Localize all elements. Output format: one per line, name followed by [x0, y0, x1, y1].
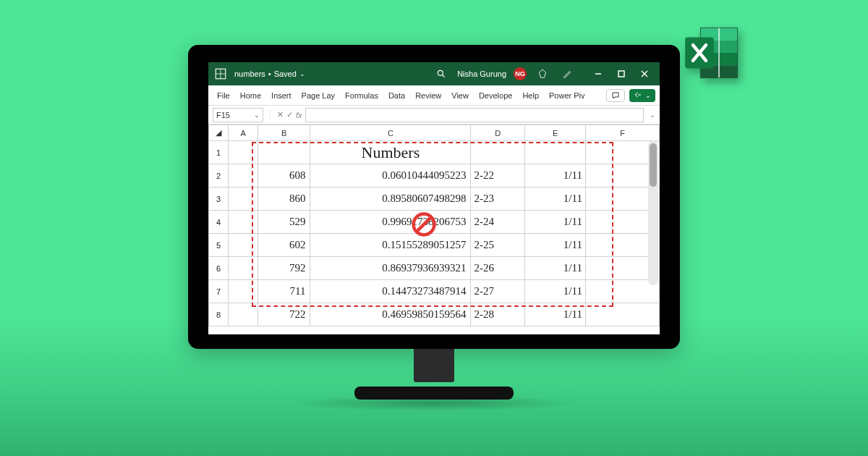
cell[interactable]: 0.46959850159564	[310, 303, 471, 326]
search-icon[interactable]	[433, 65, 450, 83]
excel-window: numbers • Saved ⌄ Nisha Gurung NG	[208, 62, 660, 334]
svg-rect-6	[618, 71, 624, 77]
cell[interactable]: 608	[258, 164, 310, 187]
cell[interactable]: 1/11	[525, 211, 586, 234]
cell[interactable]: 0.14473273487914	[310, 280, 471, 303]
scrollbar-thumb[interactable]	[650, 143, 657, 187]
cell[interactable]	[229, 303, 258, 326]
tab-insert[interactable]: Insert	[267, 88, 296, 103]
cell[interactable]	[229, 211, 258, 234]
cell[interactable]: 0.99691738206753	[310, 211, 471, 234]
comments-button[interactable]	[606, 89, 625, 102]
select-all-corner[interactable]: ◢	[209, 125, 229, 141]
cell[interactable]: 2-28	[471, 303, 525, 326]
chevron-down-icon: ⌄	[299, 70, 305, 77]
cell[interactable]: 0.86937936939321	[310, 257, 471, 280]
screen-bezel: numbers • Saved ⌄ Nisha Gurung NG	[188, 45, 680, 349]
filename-text: numbers	[234, 69, 265, 78]
minimize-button[interactable]	[589, 65, 608, 83]
col-header-c[interactable]: C	[310, 125, 471, 141]
enter-icon[interactable]: ✓	[286, 110, 293, 119]
row-header[interactable]: 1	[209, 141, 229, 164]
cell[interactable]	[229, 141, 258, 164]
cell[interactable]: 0.89580607498298	[310, 187, 471, 211]
cell[interactable]	[585, 303, 659, 326]
tab-home[interactable]: Home	[236, 88, 265, 103]
row-header[interactable]: 6	[209, 257, 229, 280]
cell[interactable]: 711	[258, 280, 310, 303]
cell[interactable]: 2-26	[471, 257, 525, 280]
cell[interactable]: 1/11	[525, 187, 586, 211]
fx-label[interactable]: fx	[296, 111, 302, 119]
col-header-b[interactable]: B	[258, 125, 310, 141]
tab-page-layout[interactable]: Page Lay	[297, 88, 339, 103]
name-box[interactable]: F15 ⌄	[213, 108, 263, 122]
monitor-shadow	[289, 395, 579, 411]
row-header[interactable]: 5	[209, 234, 229, 257]
title-cell[interactable]: Numbers	[310, 141, 471, 164]
row-header[interactable]: 2	[209, 164, 229, 187]
excel-app-icon	[214, 67, 227, 80]
tab-view[interactable]: View	[447, 88, 473, 103]
cell[interactable]	[471, 141, 525, 164]
cell[interactable]: 860	[258, 187, 310, 211]
cancel-icon[interactable]: ✕	[277, 110, 284, 119]
tab-review[interactable]: Review	[411, 88, 446, 103]
avatar[interactable]: NG	[514, 67, 527, 80]
col-header-a[interactable]: A	[229, 125, 258, 141]
cell[interactable]	[229, 164, 258, 187]
cell[interactable]: 0.06010444095223	[310, 164, 471, 187]
formula-input[interactable]	[305, 108, 644, 122]
excel-logo-icon	[680, 20, 745, 85]
cell[interactable]: 1/11	[525, 164, 586, 187]
cell[interactable]: 2-24	[471, 211, 525, 234]
user-name[interactable]: Nisha Gurung	[457, 69, 506, 78]
cell[interactable]: 2-27	[471, 280, 525, 303]
cell[interactable]	[229, 234, 258, 257]
document-name[interactable]: numbers • Saved ⌄	[234, 69, 305, 78]
expand-formula-icon[interactable]: ⌄	[650, 111, 655, 119]
cell[interactable]	[229, 280, 258, 303]
row-header[interactable]: 7	[209, 280, 229, 303]
cell[interactable]: 1/11	[525, 280, 586, 303]
cell[interactable]	[229, 257, 258, 280]
cell[interactable]: 529	[258, 211, 310, 234]
maximize-button[interactable]	[612, 65, 631, 83]
cell[interactable]	[525, 141, 586, 164]
cell[interactable]: 2-22	[471, 164, 525, 187]
spreadsheet-grid[interactable]: ◢ A B C D E F 1	[208, 124, 660, 334]
cell[interactable]: 1/11	[525, 257, 586, 280]
cell[interactable]: 792	[258, 257, 310, 280]
tab-power-pivot[interactable]: Power Piv	[545, 88, 590, 103]
row-header[interactable]: 3	[209, 187, 229, 211]
col-header-d[interactable]: D	[471, 125, 525, 141]
close-button[interactable]	[635, 65, 654, 83]
tab-data[interactable]: Data	[384, 88, 409, 103]
tab-developer[interactable]: Develope	[475, 88, 516, 103]
svg-point-3	[438, 70, 443, 75]
tab-formulas[interactable]: Formulas	[341, 88, 383, 103]
row-header[interactable]: 4	[209, 211, 229, 234]
tab-file[interactable]: File	[213, 88, 234, 103]
cell[interactable]: 1/11	[525, 234, 586, 257]
cell[interactable]: 0.15155289051257	[310, 234, 471, 257]
cell[interactable]: 1/11	[525, 303, 586, 326]
monitor-frame: numbers • Saved ⌄ Nisha Gurung NG	[188, 45, 680, 392]
cell[interactable]: 2-23	[471, 187, 525, 211]
premium-icon[interactable]	[534, 65, 551, 83]
col-header-f[interactable]: F	[585, 125, 659, 141]
cell[interactable]: 602	[258, 234, 310, 257]
tab-help[interactable]: Help	[518, 88, 543, 103]
share-button[interactable]: ⌄	[629, 89, 655, 102]
cell[interactable]	[258, 141, 310, 164]
cell[interactable]	[229, 187, 258, 211]
pen-icon[interactable]	[558, 65, 576, 83]
vertical-scrollbar[interactable]	[648, 140, 658, 285]
col-header-e[interactable]: E	[525, 125, 586, 141]
cell[interactable]: 2-25	[471, 234, 525, 257]
formula-bar: F15 ⌄ ⋮ ✕ ✓ fx ⌄	[208, 106, 660, 124]
row-header[interactable]: 8	[209, 303, 229, 326]
cell[interactable]: 722	[258, 303, 310, 326]
save-status-text: Saved	[274, 69, 297, 78]
cell[interactable]	[585, 280, 659, 303]
